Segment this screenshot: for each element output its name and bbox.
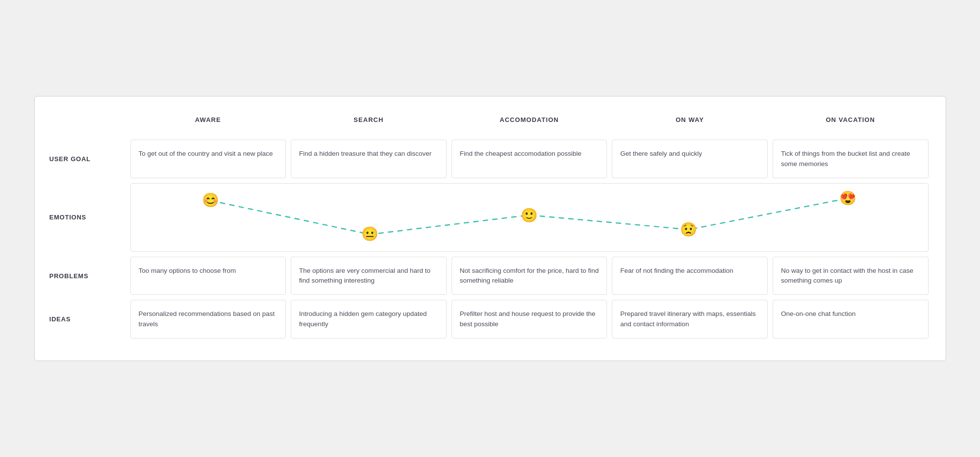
idea-aware: Personalized recommendations based on pa… <box>130 300 286 338</box>
problem-on-vacation: No way to get in contact with the host i… <box>773 257 929 295</box>
emotion-accomodation-emoji: 🙂 <box>521 209 538 222</box>
emotion-aware-emoji: 😊 <box>202 193 219 207</box>
user-goal-search: Find a hidden treasure that they can dis… <box>291 140 447 178</box>
idea-on-vacation: One-on-one chat function <box>773 300 929 338</box>
col-header-on-vacation: ON VACATION <box>770 116 931 137</box>
emotions-chart: 😊 😐 🙂 😟 😍 <box>130 183 929 252</box>
emotions-emoji-container: 😊 😐 🙂 😟 😍 <box>131 184 928 251</box>
emotion-onvacation-emoji: 😍 <box>839 192 856 205</box>
user-goal-on-vacation: Tick of things from the bucket list and … <box>773 140 929 178</box>
col-header-aware: AWARE <box>128 116 289 137</box>
problem-accomodation: Not sacrificing comfort for the price, h… <box>452 257 607 295</box>
col-header-on-way: ON WAY <box>609 116 770 137</box>
problem-aware: Too many options to choose from <box>130 257 286 295</box>
idea-on-way: Prepared travel itinerary with maps, ess… <box>612 300 768 338</box>
user-goal-aware: To get out of the country and visit a ne… <box>130 140 286 178</box>
idea-search: Introducing a hidden gem category update… <box>291 300 447 338</box>
user-goal-on-way: Get there safely and quickly <box>612 140 768 178</box>
problem-search: The options are very commercial and hard… <box>291 257 447 295</box>
col-header-search: SEARCH <box>288 116 449 137</box>
user-goal-label: USER GOAL <box>50 137 128 181</box>
ideas-label: IDEAS <box>50 297 128 341</box>
main-frame: AWARE SEARCH ACCOMODATION ON WAY ON VACA… <box>34 96 946 361</box>
col-header-accomodation: ACCOMODATION <box>449 116 610 137</box>
user-goal-accomodation: Find the cheapest accomodation possible <box>452 140 607 178</box>
emotions-label: EMOTIONS <box>50 181 128 254</box>
problem-on-way: Fear of not finding the accommodation <box>612 257 768 295</box>
problems-label: PROBLEMS <box>50 254 128 298</box>
emotion-search-emoji: 😐 <box>361 227 378 241</box>
header-empty <box>50 116 128 137</box>
journey-map-grid: AWARE SEARCH ACCOMODATION ON WAY ON VACA… <box>50 116 931 341</box>
emotion-onway-emoji: 😟 <box>680 223 697 237</box>
idea-accomodation: Prefilter host and house request to prov… <box>452 300 607 338</box>
